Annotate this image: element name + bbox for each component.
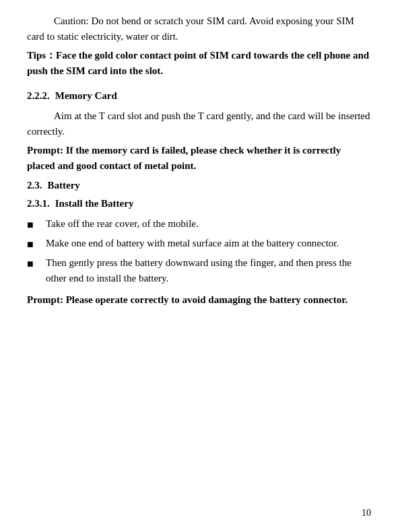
section-231-title: Install the Battery [55, 198, 134, 209]
list-item: ■ Then gently press the battery downward… [27, 255, 371, 286]
bullet-icon-1: ■ [27, 216, 46, 233]
tips-block: Tips：Face the gold color contact point o… [27, 48, 371, 78]
section-222-paragraph: Aim at the T card slot and push the T ca… [27, 108, 371, 139]
bullet-text-1: Take off the rear cover, of the mobile. [46, 216, 371, 232]
section-222-title: Memory Card [55, 90, 117, 102]
bullet-text-3: Then gently press the battery downward u… [46, 255, 371, 286]
list-item: ■ Make one end of battery with metal sur… [27, 236, 371, 253]
section-23-title: Battery [48, 180, 80, 191]
section-231-number: 2.3.1. [27, 198, 50, 209]
section-231-heading: 2.3.1. Install the Battery [27, 198, 371, 209]
section-222: 2.2.2. Memory Card Aim at the T card slo… [27, 90, 371, 173]
section-222-heading: 2.2.2. Memory Card [27, 90, 371, 102]
prompt-222-text: If the memory card is failed, please che… [27, 145, 341, 171]
bullet-text-2: Make one end of battery with metal surfa… [46, 236, 371, 251]
tips-label: Tips： [27, 50, 56, 61]
prompt-222-label: Prompt: [27, 145, 63, 156]
prompt-231-label: Prompt: [27, 294, 63, 305]
prompt-231-text: Please operate correctly to avoid damagi… [66, 294, 348, 305]
section-222-number: 2.2.2. [27, 90, 50, 102]
section-231-prompt: Prompt: Please operate correctly to avoi… [27, 292, 371, 308]
section-23-number: 2.3. [27, 180, 42, 191]
section-23: 2.3. Battery [27, 180, 371, 191]
section-222-prompt: Prompt: If the memory card is failed, pl… [27, 143, 371, 173]
section-231: 2.3.1. Install the Battery ■ Take off th… [27, 198, 371, 308]
page-number: 10 [362, 508, 371, 519]
bullet-icon-2: ■ [27, 236, 46, 253]
list-item: ■ Take off the rear cover, of the mobile… [27, 216, 371, 233]
bullet-icon-3: ■ [27, 255, 46, 272]
bullet-list: ■ Take off the rear cover, of the mobile… [27, 216, 371, 286]
tips-text: Face the gold color contact point of SIM… [27, 50, 369, 76]
section-23-heading: 2.3. Battery [27, 180, 371, 191]
caution-text: Caution: Do not bend or scratch your SIM… [27, 13, 371, 44]
